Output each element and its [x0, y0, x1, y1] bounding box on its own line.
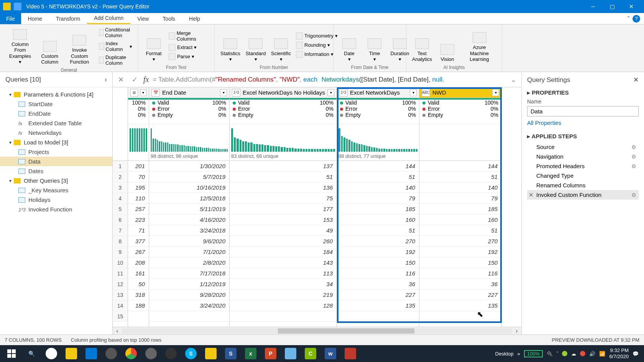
row-number[interactable]: 2: [113, 172, 128, 182]
cell[interactable]: 113: [230, 268, 337, 279]
cell[interactable]: 1/30/2020: [149, 161, 229, 172]
powerbi-icon[interactable]: [201, 345, 221, 362]
row-number[interactable]: 4: [113, 193, 128, 204]
cell[interactable]: 377: [128, 236, 149, 247]
cell[interactable]: 7/17/2018: [149, 268, 229, 279]
cell[interactable]: 9/28/2020: [149, 290, 229, 300]
cell[interactable]: 51: [419, 172, 501, 182]
cell[interactable]: 153: [230, 215, 337, 225]
cancel-formula-button[interactable]: ✕: [116, 75, 126, 85]
taskbar-app-3[interactable]: [101, 345, 121, 362]
query-data[interactable]: Data: [0, 157, 112, 166]
cell[interactable]: 49: [230, 225, 337, 236]
cell[interactable]: 257: [128, 204, 149, 215]
cell[interactable]: 5/11/2019: [149, 204, 229, 215]
tray-icon-2[interactable]: [580, 351, 585, 356]
search-button[interactable]: 🔍: [21, 345, 41, 362]
fx-icon[interactable]: fx: [143, 75, 149, 84]
cell[interactable]: 267: [128, 247, 149, 257]
cloud-icon[interactable]: ☁: [571, 351, 576, 357]
cell[interactable]: 3/24/2020: [149, 300, 229, 311]
gear-icon[interactable]: ⚙: [631, 192, 636, 198]
column-dropdown-icon[interactable]: ▾: [492, 89, 499, 96]
word-icon[interactable]: w: [320, 345, 340, 362]
column-dropdown-icon[interactable]: ▾: [327, 89, 334, 96]
parse-button[interactable]: Parse ▾: [167, 52, 210, 61]
time-button[interactable]: Time ▾: [363, 26, 386, 64]
camtasia-icon[interactable]: C: [301, 345, 320, 362]
type-icon[interactable]: 1²3: [339, 89, 348, 97]
type-icon[interactable]: 📅: [151, 89, 160, 97]
extract-button[interactable]: Extract ▾: [167, 43, 210, 52]
row-number[interactable]: 14: [113, 300, 128, 311]
group-parameters-functions[interactable]: ▾Parameters & Functions [4]: [0, 90, 112, 99]
step-navigation[interactable]: Navigation⚙: [527, 152, 639, 161]
taskbar-app-2[interactable]: [81, 345, 101, 362]
cell[interactable]: 79: [337, 193, 419, 204]
taskbar-app-1[interactable]: [41, 345, 61, 362]
merge-columns-button[interactable]: Merge Columns: [167, 29, 210, 43]
cell[interactable]: 185: [419, 204, 501, 215]
step-renamed-columns[interactable]: Renamed Columns: [527, 180, 639, 190]
cell[interactable]: 51: [230, 172, 337, 182]
scroll-right-icon[interactable]: ›: [512, 328, 521, 334]
tools-menu[interactable]: Tools: [156, 13, 182, 24]
invoke-custom-function-button[interactable]: Invoke Custom Function: [63, 26, 96, 67]
taskbar-app-5[interactable]: [161, 345, 181, 362]
cell[interactable]: 192: [419, 247, 501, 257]
desktop-label[interactable]: Desktop: [495, 351, 514, 357]
cell[interactable]: 71: [128, 225, 149, 236]
standard-button[interactable]: Standard ▾: [244, 26, 268, 64]
help-menu[interactable]: Help: [182, 13, 207, 24]
trigonometry-button[interactable]: Trigonometry ▾: [294, 32, 339, 40]
chrome-icon[interactable]: [121, 345, 141, 362]
cell[interactable]: 1/12/2019: [149, 279, 229, 290]
query-startdate[interactable]: StartDate: [0, 99, 112, 109]
query-projects[interactable]: Projects: [0, 147, 112, 157]
column-header[interactable]: 1²3Excel NetworkDays No Holidays▾: [230, 87, 337, 98]
battery-indicator[interactable]: 100%: [524, 350, 543, 357]
close-settings-icon[interactable]: ✕: [633, 76, 639, 84]
date-button[interactable]: Date ▾: [337, 26, 361, 64]
cell[interactable]: 160: [337, 215, 419, 225]
cell[interactable]: 188: [128, 300, 149, 311]
notifications-icon[interactable]: 💬: [632, 351, 639, 357]
home-menu[interactable]: Home: [21, 13, 49, 24]
cell[interactable]: [149, 311, 229, 322]
cell[interactable]: 34: [230, 279, 337, 290]
cell[interactable]: 110: [128, 193, 149, 204]
help-icon[interactable]: ?: [632, 15, 640, 23]
row-number[interactable]: 1: [113, 161, 128, 172]
close-button[interactable]: ✕: [622, 0, 641, 13]
query-networkdays[interactable]: fxNetworkdays: [0, 128, 112, 138]
statistics-button[interactable]: Statistics ▾: [219, 26, 242, 64]
volume-icon[interactable]: 🔊: [589, 351, 595, 357]
cell[interactable]: 9/6/2020: [149, 236, 229, 247]
azure-ml-button[interactable]: Azure Machine Learning: [461, 26, 498, 64]
cell[interactable]: 208: [128, 257, 149, 268]
snagit-icon[interactable]: S: [221, 345, 241, 362]
row-number[interactable]: 3: [113, 182, 128, 193]
cell[interactable]: 36: [337, 279, 419, 290]
tray-icon-1[interactable]: [562, 351, 567, 356]
cell[interactable]: 144: [337, 161, 419, 172]
cell[interactable]: [419, 311, 501, 322]
start-button[interactable]: [2, 345, 21, 362]
cell[interactable]: 12/5/2018: [149, 193, 229, 204]
conditional-column-button[interactable]: Conditional Column: [97, 26, 134, 39]
cell[interactable]: 177: [230, 204, 337, 215]
row-number[interactable]: 11: [113, 268, 128, 279]
row-number[interactable]: 10: [113, 257, 128, 268]
column-header[interactable]: 📅End Date▾: [149, 87, 229, 98]
step-promoted-headers[interactable]: Promoted Headers⚙: [527, 161, 639, 171]
accept-formula-button[interactable]: ✓: [130, 75, 140, 85]
group-load-to-model[interactable]: ▾Load to Model [3]: [0, 138, 112, 147]
network-icon[interactable]: 📶: [599, 351, 605, 357]
cell[interactable]: 75: [230, 193, 337, 204]
cell[interactable]: 223: [128, 215, 149, 225]
formula-text[interactable]: = Table.AddColumn(#"Renamed Columns", "N…: [153, 75, 504, 84]
column-from-examples-button[interactable]: Column From Examples ▾: [4, 26, 36, 67]
cell[interactable]: 201: [128, 161, 149, 172]
tray-chevron-icon[interactable]: ˆ: [557, 351, 558, 357]
gear-icon[interactable]: ⚙: [631, 154, 636, 160]
